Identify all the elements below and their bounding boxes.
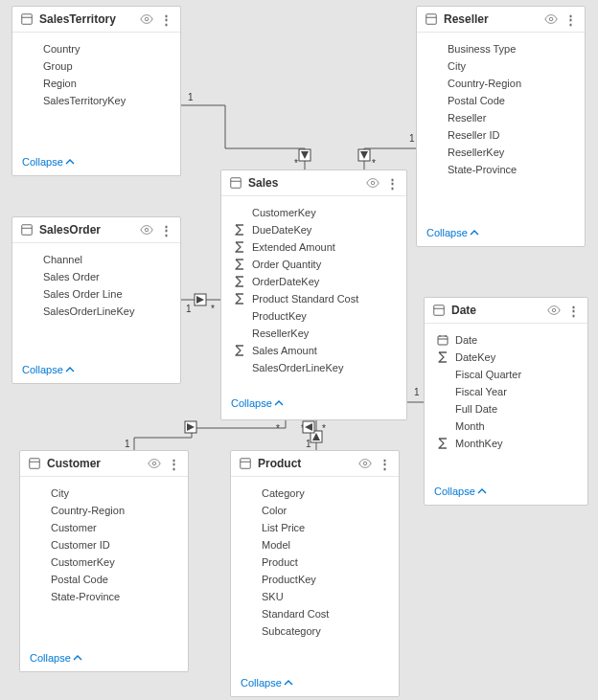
visibility-icon[interactable] [358, 457, 372, 470]
more-menu-icon[interactable]: ⋮ [159, 12, 172, 26]
more-menu-icon[interactable]: ⋮ [378, 457, 391, 470]
field-row[interactable]: SalesOrderLineKey [231, 359, 401, 376]
table-customer[interactable]: Customer⋮CityCountry-RegionCustomerCusto… [19, 450, 189, 672]
collapse-link[interactable]: Collapse [425, 480, 587, 505]
field-row[interactable]: Standard Cost [241, 605, 393, 622]
field-label: Color [262, 505, 391, 516]
table-product[interactable]: Product⋮CategoryColorList PriceModelProd… [230, 450, 400, 697]
table-title: Reseller [444, 12, 539, 26]
table-title: Product [258, 457, 353, 470]
model-canvas[interactable]: 1 * 1 * 1 * 1 * 1 * 1 * SalesTerritory⋮C… [0, 0, 598, 700]
field-row[interactable]: OrderDateKey [231, 273, 401, 290]
field-row[interactable]: Country-Region [426, 75, 579, 92]
field-row[interactable]: Date [434, 331, 582, 349]
field-row[interactable]: State-Province [30, 588, 182, 605]
collapse-link[interactable]: Collapse [417, 221, 585, 246]
table-header[interactable]: Product⋮ [231, 451, 399, 477]
field-row[interactable]: SalesTerritoryKey [22, 92, 174, 109]
field-row[interactable]: Sales Order Line [22, 285, 174, 303]
field-row[interactable]: Model [241, 536, 393, 553]
field-label: SalesOrderLineKey [252, 362, 399, 373]
field-row[interactable]: City [30, 485, 182, 502]
collapse-link[interactable]: Collapse [221, 392, 406, 417]
field-row[interactable]: Postal Code [30, 571, 182, 588]
field-row[interactable]: Product Standard Cost [231, 290, 401, 307]
table-reseller[interactable]: Reseller⋮Business TypeCityCountry-Region… [416, 6, 586, 247]
field-row[interactable]: Reseller [426, 109, 579, 126]
table-date[interactable]: Date⋮DateDateKeyFiscal QuarterFiscal Yea… [424, 297, 588, 506]
field-label: Product [262, 556, 391, 568]
field-row[interactable]: Order Quantity [231, 256, 401, 273]
field-label: ProductKey [252, 310, 399, 322]
field-row[interactable]: Category [241, 485, 393, 502]
field-row[interactable]: ResellerKey [426, 144, 579, 161]
field-row[interactable]: ProductKey [241, 571, 393, 588]
field-list: CountryGroupRegionSalesTerritoryKey [12, 33, 180, 150]
field-row[interactable]: CustomerKey [231, 204, 401, 221]
field-row[interactable]: Channel [22, 251, 174, 268]
sigma-icon [233, 224, 246, 236]
visibility-icon[interactable] [148, 457, 161, 470]
svg-text:*: * [322, 423, 326, 434]
field-row[interactable]: Group [22, 57, 174, 75]
more-menu-icon[interactable]: ⋮ [385, 176, 399, 190]
table-header[interactable]: Reseller⋮ [417, 7, 585, 33]
table-sales-territory[interactable]: SalesTerritory⋮CountryGroupRegionSalesTe… [12, 6, 181, 176]
field-row[interactable]: State-Province [426, 161, 579, 178]
table-header[interactable]: Customer⋮ [20, 451, 188, 477]
more-menu-icon[interactable]: ⋮ [564, 12, 577, 26]
field-row[interactable]: Customer [30, 519, 182, 536]
visibility-icon[interactable] [140, 12, 153, 26]
table-header[interactable]: SalesOrder⋮ [12, 217, 180, 243]
field-row[interactable]: MonthKey [434, 435, 582, 452]
field-row[interactable]: CustomerKey [30, 553, 182, 571]
more-menu-icon[interactable]: ⋮ [566, 304, 580, 317]
more-menu-icon[interactable]: ⋮ [167, 457, 180, 470]
field-row[interactable]: List Price [241, 519, 393, 536]
table-sales-order[interactable]: SalesOrder⋮ChannelSales OrderSales Order… [12, 216, 181, 384]
field-row[interactable]: Sales Amount [231, 342, 401, 359]
field-list: ChannelSales OrderSales Order LineSalesO… [12, 243, 180, 358]
field-row[interactable]: DateKey [434, 349, 582, 366]
field-row[interactable]: Country [22, 40, 174, 57]
field-row[interactable]: Month [434, 418, 582, 435]
field-row[interactable]: Extended Amount [231, 238, 401, 256]
collapse-link[interactable]: Collapse [20, 646, 188, 671]
table-icon [432, 304, 446, 317]
field-row[interactable]: Region [22, 75, 174, 92]
collapse-link[interactable]: Collapse [12, 150, 180, 175]
field-row[interactable]: Fiscal Quarter [434, 366, 582, 383]
more-menu-icon[interactable]: ⋮ [159, 223, 172, 237]
field-label: Order Quantity [252, 259, 399, 270]
field-row[interactable]: Full Date [434, 400, 582, 418]
field-label: MonthKey [455, 438, 580, 449]
field-row[interactable]: Subcategory [241, 622, 393, 640]
field-label: Category [262, 487, 391, 499]
field-row[interactable]: Business Type [426, 40, 579, 57]
table-header[interactable]: SalesTerritory⋮ [12, 7, 180, 33]
field-row[interactable]: Customer ID [30, 536, 182, 553]
field-row[interactable]: SalesOrderLineKey [22, 303, 174, 320]
field-row[interactable]: City [426, 57, 579, 75]
collapse-link[interactable]: Collapse [12, 358, 180, 383]
visibility-icon[interactable] [366, 176, 380, 190]
visibility-icon[interactable] [544, 12, 558, 26]
table-header[interactable]: Date⋮ [425, 298, 587, 324]
collapse-link[interactable]: Collapse [231, 671, 399, 696]
field-row[interactable]: ProductKey [231, 307, 401, 325]
field-row[interactable]: Product [241, 553, 393, 571]
visibility-icon[interactable] [140, 223, 153, 237]
field-row[interactable]: Color [241, 502, 393, 519]
visibility-icon[interactable] [547, 304, 561, 317]
table-header[interactable]: Sales⋮ [221, 170, 406, 196]
field-row[interactable]: SKU [241, 588, 393, 605]
field-row[interactable]: Postal Code [426, 92, 579, 109]
field-row[interactable]: DueDateKey [231, 221, 401, 238]
field-row[interactable]: Country-Region [30, 502, 182, 519]
field-row[interactable]: Fiscal Year [434, 383, 582, 400]
field-row[interactable]: Reseller ID [426, 126, 579, 144]
field-row[interactable]: ResellerKey [231, 325, 401, 342]
sigma-icon [233, 345, 246, 356]
table-sales[interactable]: Sales⋮CustomerKeyDueDateKeyExtended Amou… [220, 169, 407, 420]
field-row[interactable]: Sales Order [22, 268, 174, 285]
